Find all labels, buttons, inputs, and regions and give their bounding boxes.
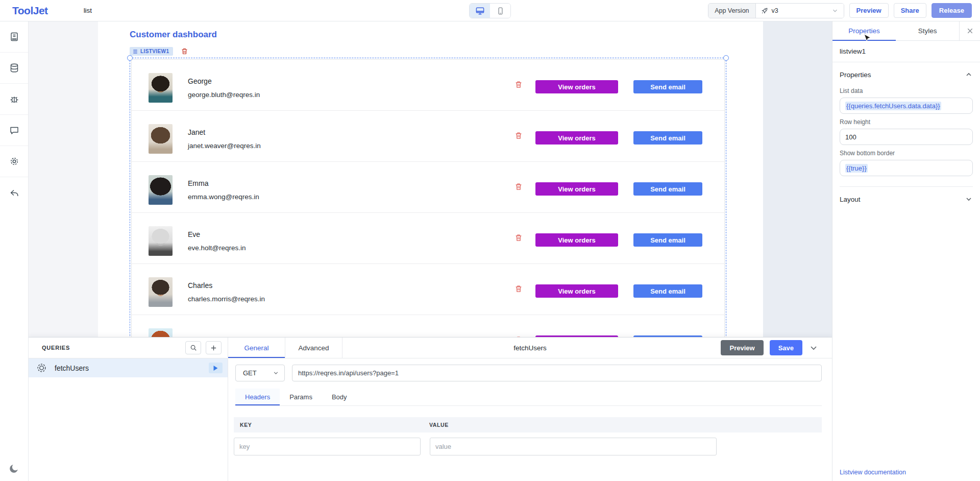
queries-sidebar: QUERIES fetchUsers (29, 338, 228, 481)
send-email-button[interactable]: Send email (633, 131, 702, 145)
send-email-button[interactable]: Send email (633, 233, 702, 247)
avatar (149, 175, 173, 205)
sidebar-item-debugger[interactable] (0, 84, 28, 115)
comment-icon (9, 125, 19, 135)
request-url-input[interactable] (292, 365, 822, 381)
properties-section-header[interactable]: Properties (840, 62, 973, 83)
tab-properties[interactable]: Properties (832, 21, 896, 40)
user-email: charles.morris@reqres.in (188, 295, 265, 303)
bug-icon (9, 94, 19, 104)
rest-api-icon (36, 362, 47, 374)
user-name: George (188, 77, 260, 85)
query-preview-button[interactable]: Preview (721, 340, 763, 355)
delete-widget-icon[interactable] (181, 47, 188, 55)
dark-mode-toggle[interactable] (0, 463, 29, 474)
mobile-icon (496, 7, 505, 15)
user-name: Janet (188, 128, 261, 136)
view-orders-button[interactable]: View orders (535, 131, 618, 145)
send-email-button[interactable]: Send email (633, 284, 702, 298)
widget-inspector: Properties Styles listview1 Properties L… (832, 21, 980, 481)
row-trash-icon[interactable] (514, 80, 523, 89)
listview-documentation-link[interactable]: Listview documentation (840, 469, 906, 476)
tooljet-logo: ToolJet (12, 5, 48, 17)
value-column-header: VALUE (429, 422, 822, 428)
field-label: Row height (840, 118, 973, 126)
chevron-down-icon (273, 370, 279, 376)
tab-body[interactable]: Body (322, 389, 357, 405)
app-name: list (84, 7, 92, 14)
page-title: Customer dashboard (130, 30, 217, 40)
sidebar-item-pages[interactable] (0, 21, 28, 53)
view-orders-button[interactable]: View orders (535, 233, 618, 247)
query-list-item-fetchusers[interactable]: fetchUsers (29, 358, 228, 377)
send-email-button[interactable]: Send email (633, 80, 702, 93)
run-query-button[interactable] (209, 363, 223, 373)
view-orders-button[interactable]: View orders (535, 80, 618, 93)
tab-general[interactable]: General (228, 338, 285, 358)
avatar (149, 277, 173, 307)
widget-config-handle: LISTVIEW1 (130, 47, 188, 56)
tab-styles[interactable]: Styles (896, 21, 959, 40)
query-save-button[interactable]: Save (770, 340, 802, 355)
app-version-dropdown[interactable]: App Version v3 (708, 3, 844, 18)
user-email: george.bluth@reqres.in (188, 91, 260, 99)
desktop-toggle-button[interactable] (470, 4, 490, 18)
add-query-button[interactable] (206, 341, 222, 354)
query-search-button[interactable] (185, 341, 201, 354)
rocket-icon (761, 7, 768, 14)
list-item: Eve eve.holt@reqres.in View orders Send … (132, 213, 724, 264)
left-sidebar (0, 21, 29, 481)
key-column-header: KEY (234, 422, 429, 428)
field-label: Show bottom border (840, 150, 973, 157)
sidebar-item-settings[interactable] (0, 146, 28, 177)
query-name: fetchUsers (55, 364, 89, 372)
query-panel: QUERIES fetchUsers (29, 337, 832, 481)
desktop-icon (475, 6, 485, 16)
plus-icon (210, 345, 217, 351)
avatar (149, 226, 173, 256)
release-button[interactable]: Release (932, 3, 972, 18)
header-key-input[interactable] (234, 438, 421, 455)
header-value-input[interactable] (430, 438, 717, 455)
mobile-toggle-button[interactable] (490, 4, 510, 18)
listview-widget[interactable]: George george.bluth@reqres.in View order… (131, 59, 725, 382)
tab-headers[interactable]: Headers (235, 389, 280, 405)
chevron-down-icon (831, 7, 839, 14)
listview-selection[interactable]: George george.bluth@reqres.in View order… (130, 58, 726, 384)
row-trash-icon[interactable] (514, 131, 523, 140)
show-bottom-border-input[interactable]: {{true}} (840, 160, 973, 176)
view-orders-button[interactable]: View orders (535, 284, 618, 298)
row-trash-icon[interactable] (514, 233, 523, 242)
close-icon (966, 27, 974, 35)
tab-advanced[interactable]: Advanced (285, 338, 342, 358)
field-label: List data (840, 87, 973, 94)
tab-params[interactable]: Params (280, 389, 322, 405)
avatar (149, 73, 173, 103)
list-icon (133, 49, 138, 54)
close-inspector-button[interactable] (960, 21, 980, 40)
share-button[interactable]: Share (894, 3, 926, 18)
http-method-select[interactable]: GET (235, 365, 285, 381)
search-icon (190, 344, 197, 351)
user-name: Charles (188, 281, 265, 290)
widget-badge[interactable]: LISTVIEW1 (130, 47, 173, 56)
queries-header: QUERIES (42, 345, 70, 351)
sidebar-item-undo[interactable] (0, 177, 28, 208)
list-item: Janet janet.weaver@reqres.in View orders… (132, 111, 724, 162)
preview-button[interactable]: Preview (849, 3, 889, 18)
list-data-input[interactable]: {{queries.fetchUsers.data.data}} (840, 98, 973, 114)
list-item: Emma emma.wong@reqres.in View orders Sen… (132, 162, 724, 213)
row-trash-icon[interactable] (514, 182, 523, 191)
send-email-button[interactable]: Send email (633, 182, 702, 196)
sidebar-item-comments[interactable] (0, 115, 28, 146)
app-version-value: v3 (772, 7, 778, 14)
collapse-panel-icon[interactable] (808, 343, 819, 353)
undo-icon (9, 188, 19, 198)
view-orders-button[interactable]: View orders (535, 182, 618, 196)
sidebar-item-datasources[interactable] (0, 53, 28, 84)
top-bar: ToolJet list App Version v (0, 0, 980, 21)
layout-section-header[interactable]: Layout (840, 186, 973, 211)
chevron-down-icon (965, 195, 973, 203)
row-height-input[interactable]: 100 (840, 129, 973, 145)
row-trash-icon[interactable] (514, 284, 523, 293)
